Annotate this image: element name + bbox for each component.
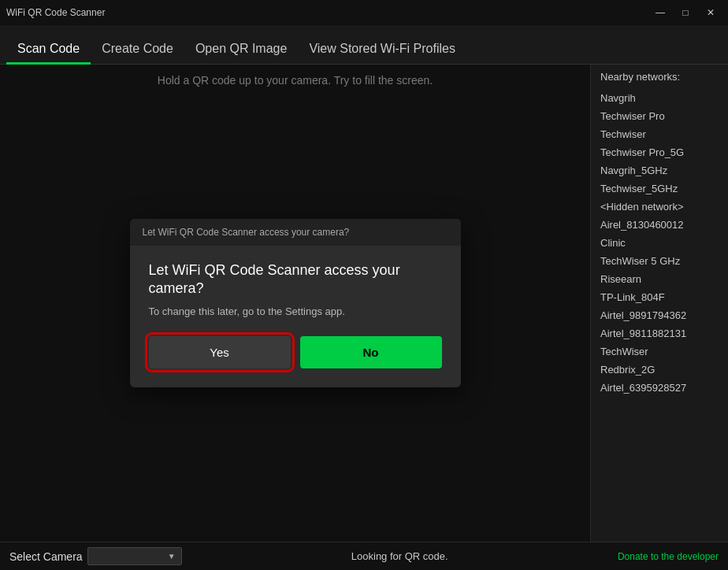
network-item[interactable]: TP-Link_804F	[600, 288, 719, 306]
restore-button[interactable]: □	[674, 5, 696, 20]
titlebar: WiFi QR Code Scanner — □ ✕	[0, 0, 728, 25]
network-item[interactable]: Navgrih_5GHz	[600, 161, 719, 180]
footer: Select Camera Looking for QR code. Donat…	[0, 542, 728, 570]
select-camera-area: Select Camera	[9, 547, 182, 565]
nav-tab-open-qr-image[interactable]: Open QR Image	[184, 35, 299, 65]
donate-link[interactable]: Donate to the developer	[618, 551, 719, 562]
camera-select[interactable]	[87, 547, 182, 565]
network-item[interactable]: Airtel_6395928527	[600, 379, 719, 397]
network-item[interactable]: Airtel_9811882131	[600, 324, 719, 342]
no-button[interactable]: No	[300, 336, 442, 368]
dialog-title: Let WiFi QR Code Scanner access your cam…	[149, 261, 442, 298]
network-item[interactable]: Clinic	[600, 234, 719, 252]
network-item[interactable]: Techwiser Pro_5G	[600, 143, 719, 161]
app-title: WiFi QR Code Scanner	[6, 7, 105, 18]
footer-status: Looking for QR code.	[351, 550, 448, 562]
close-button[interactable]: ✕	[700, 5, 722, 20]
permission-dialog: Let WiFi QR Code Scanner access your cam…	[130, 219, 461, 388]
dialog-header: Let WiFi QR Code Scanner access your cam…	[130, 219, 461, 246]
select-camera-label: Select Camera	[9, 550, 83, 563]
network-item[interactable]: Techwiser Pro	[600, 107, 719, 125]
window-controls: — □ ✕	[649, 5, 722, 20]
nav-tab-create-code[interactable]: Create Code	[91, 35, 184, 65]
navbar: Scan CodeCreate CodeOpen QR ImageView St…	[0, 25, 728, 65]
sidebar-heading: Nearby networks:	[600, 71, 719, 83]
network-item[interactable]: Techwiser	[600, 125, 719, 143]
minimize-button[interactable]: —	[649, 5, 671, 20]
network-item[interactable]: Airtel_9891794362	[600, 306, 719, 324]
sidebar: Nearby networks: NavgrihTechwiser ProTec…	[590, 65, 728, 542]
network-item[interactable]: Techwiser_5GHz	[600, 180, 719, 198]
dialog-subtitle: To change this later, go to the Settings…	[149, 305, 442, 317]
nav-tab-scan-code[interactable]: Scan Code	[6, 35, 91, 65]
camera-select-wrapper	[87, 547, 182, 565]
dialog-body: Let WiFi QR Code Scanner access your cam…	[130, 246, 461, 388]
dialog-overlay: Let WiFi QR Code Scanner access your cam…	[0, 65, 590, 542]
dialog-buttons: Yes No	[149, 336, 442, 368]
network-item[interactable]: Riseearn	[600, 270, 719, 288]
nav-tab-view-stored-wi-fi-profiles[interactable]: View Stored Wi-Fi Profiles	[298, 35, 466, 65]
network-list: NavgrihTechwiser ProTechwiserTechwiser P…	[600, 89, 719, 397]
network-item[interactable]: TechWiser	[600, 342, 719, 361]
network-item[interactable]: Airel_8130460012	[600, 216, 719, 234]
network-item[interactable]: Redbrix_2G	[600, 361, 719, 379]
network-item[interactable]: <Hidden network>	[600, 198, 719, 216]
network-item[interactable]: Navgrih	[600, 89, 719, 107]
network-item[interactable]: TechWiser 5 GHz	[600, 252, 719, 270]
main-area: Hold a QR code up to your camera. Try to…	[0, 65, 728, 542]
yes-button[interactable]: Yes	[149, 336, 291, 368]
camera-area: Hold a QR code up to your camera. Try to…	[0, 65, 590, 542]
